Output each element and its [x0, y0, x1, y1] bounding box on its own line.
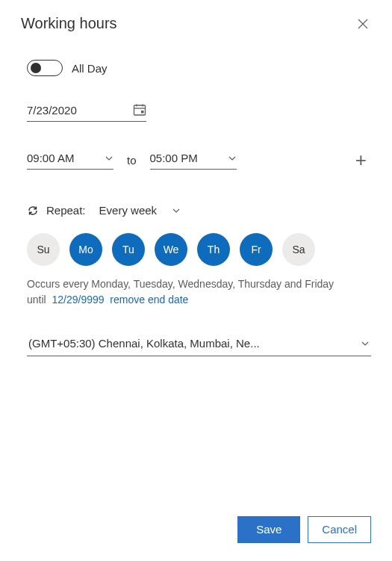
repeat-label: Repeat:	[46, 204, 86, 217]
end-time-value: 05:00 PM	[150, 152, 198, 164]
repeat-frequency-select[interactable]: Every week	[98, 201, 183, 220]
all-day-row: All Day	[27, 60, 371, 76]
add-time-slot-button[interactable]: +	[351, 149, 371, 171]
timezone-value: (GMT+05:30) Chennai, Kolkata, Mumbai, Ne…	[28, 337, 260, 350]
toggle-knob	[31, 63, 41, 73]
cancel-button[interactable]: Cancel	[308, 516, 371, 543]
calendar-icon[interactable]	[133, 103, 146, 117]
chevron-down-icon	[228, 154, 237, 163]
close-button[interactable]	[355, 16, 371, 32]
weekday-selector: Su Mo Tu We Th Fr Sa	[27, 233, 371, 266]
start-time-value: 09:00 AM	[27, 152, 74, 164]
day-friday[interactable]: Fr	[240, 233, 273, 266]
timezone-select[interactable]: (GMT+05:30) Chennai, Kolkata, Mumbai, Ne…	[27, 335, 371, 356]
until-row: until 12/29/9999 remove end date	[27, 294, 371, 306]
repeat-value: Every week	[99, 204, 158, 217]
chevron-down-icon	[105, 154, 113, 163]
svg-rect-4	[141, 111, 144, 114]
start-time-select[interactable]: 09:00 AM	[27, 150, 113, 170]
save-button[interactable]: Save	[237, 516, 300, 543]
spacer	[27, 356, 371, 386]
dialog-header: Working hours	[0, 0, 392, 40]
plus-icon: +	[355, 149, 367, 171]
day-thursday[interactable]: Th	[197, 233, 230, 266]
day-tuesday[interactable]: Tu	[112, 233, 145, 266]
dialog-footer: Save Cancel	[0, 498, 392, 561]
end-date-link[interactable]: 12/29/9999	[52, 294, 104, 306]
day-wednesday[interactable]: We	[155, 233, 187, 266]
remove-end-date-link[interactable]: remove end date	[110, 294, 188, 306]
to-label: to	[127, 154, 137, 167]
dialog-body[interactable]: All Day 7/23/2020 09:00 AM to 05:00 PM +	[0, 52, 392, 498]
chevron-down-icon	[172, 206, 181, 215]
date-value: 7/23/2020	[27, 104, 77, 117]
until-label: until	[27, 294, 46, 306]
close-icon	[358, 19, 368, 29]
day-monday[interactable]: Mo	[69, 233, 102, 266]
chevron-down-icon	[361, 339, 370, 348]
day-saturday[interactable]: Sa	[282, 233, 315, 266]
recurrence-icon	[27, 205, 39, 217]
dialog-title: Working hours	[21, 15, 117, 32]
svg-rect-0	[134, 105, 146, 115]
recurrence-summary: Occurs every Monday, Tuesday, Wednesday,…	[27, 276, 371, 292]
working-hours-dialog: Working hours All Day 7/23/2020 09:00 AM…	[0, 0, 392, 561]
date-input[interactable]: 7/23/2020	[27, 103, 146, 122]
day-sunday[interactable]: Su	[27, 233, 60, 266]
repeat-row: Repeat: Every week	[27, 201, 371, 220]
all-day-label: All Day	[72, 62, 108, 75]
time-row: 09:00 AM to 05:00 PM +	[27, 149, 371, 171]
all-day-toggle[interactable]	[27, 60, 63, 76]
end-time-select[interactable]: 05:00 PM	[150, 150, 237, 170]
